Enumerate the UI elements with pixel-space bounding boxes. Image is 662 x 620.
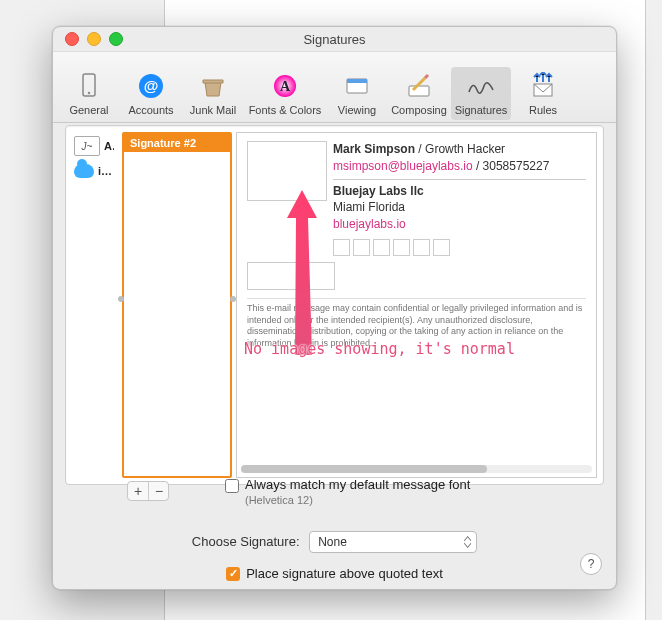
tab-accounts[interactable]: @ Accounts <box>121 67 181 120</box>
titlebar: Signatures <box>53 27 616 52</box>
match-font-checkbox[interactable] <box>225 479 239 493</box>
social-icon-placeholder[interactable] <box>333 239 350 256</box>
signatures-icon <box>466 71 496 101</box>
tab-rules[interactable]: Rules <box>513 67 573 120</box>
column-resize-handle[interactable] <box>118 296 124 302</box>
match-font-sublabel: (Helvetica 12) <box>245 494 470 506</box>
help-button[interactable]: ? <box>580 553 602 575</box>
sig-location: Miami Florida <box>333 199 586 216</box>
social-icon-placeholder[interactable] <box>353 239 370 256</box>
preferences-window: Signatures General @ Accounts Junk Mail <box>52 26 617 590</box>
place-above-checkbox[interactable]: ✓ <box>226 567 240 581</box>
signature-preview[interactable]: Mark Simpson / Growth Hacker msimpson@bl… <box>236 132 597 478</box>
add-remove-signature: + − <box>127 481 169 501</box>
accounts-column[interactable]: J~ Al i… <box>72 132 116 478</box>
choose-signature-popup[interactable]: None <box>309 531 477 553</box>
tab-composing[interactable]: Composing <box>389 67 449 120</box>
svg-text:@: @ <box>144 77 159 94</box>
signature-glyph-icon: J~ <box>74 136 100 156</box>
sig-website[interactable]: bluejaylabs.io <box>333 217 406 231</box>
zoom-icon[interactable] <box>109 32 123 46</box>
banner-image-placeholder[interactable] <box>247 262 335 290</box>
social-icons-row <box>333 239 586 256</box>
choose-signature-label: Choose Signature: <box>192 534 300 549</box>
sig-name: Mark Simpson <box>333 142 415 156</box>
tab-fonts-colors[interactable]: A Fonts & Colors <box>245 67 325 120</box>
tab-viewing[interactable]: Viewing <box>327 67 387 120</box>
place-above-row: ✓ Place signature above quoted text <box>53 565 616 581</box>
close-icon[interactable] <box>65 32 79 46</box>
accounts-icon: @ <box>136 71 166 101</box>
choose-signature-value: None <box>318 535 347 549</box>
social-icon-placeholder[interactable] <box>393 239 410 256</box>
match-font-option: Always match my default message font (He… <box>225 477 470 506</box>
viewing-icon <box>342 71 372 101</box>
choose-signature-row: Choose Signature: None <box>53 531 616 553</box>
rules-icon <box>528 71 558 101</box>
column-resize-handle[interactable] <box>230 296 236 302</box>
window-title: Signatures <box>53 32 616 47</box>
sig-phone: 3058575227 <box>483 159 550 173</box>
signature-list-item[interactable]: Signature #2 <box>124 134 230 152</box>
fonts-colors-icon: A <box>270 71 300 101</box>
svg-point-1 <box>88 92 90 94</box>
minimize-icon[interactable] <box>87 32 101 46</box>
signature-preview-content: Mark Simpson / Growth Hacker msimpson@bl… <box>237 133 596 358</box>
remove-signature-button[interactable]: − <box>148 482 168 500</box>
sig-email[interactable]: msimpson@bluejaylabs.io <box>333 159 473 173</box>
cloud-icon <box>74 164 94 178</box>
sig-company: Bluejay Labs llc <box>333 184 424 198</box>
social-icon-placeholder[interactable] <box>433 239 450 256</box>
tab-signatures[interactable]: Signatures <box>451 67 511 120</box>
add-signature-button[interactable]: + <box>128 482 148 500</box>
tab-general[interactable]: General <box>59 67 119 120</box>
svg-rect-8 <box>409 86 429 96</box>
svg-rect-7 <box>347 79 367 83</box>
signatures-panel: J~ Al i… Signature #2 <box>65 125 604 485</box>
account-icloud[interactable]: i… <box>72 160 116 182</box>
junk-icon <box>198 71 228 101</box>
general-icon <box>74 71 104 101</box>
svg-text:A: A <box>280 79 291 94</box>
tab-junk-mail[interactable]: Junk Mail <box>183 67 243 120</box>
signature-image-placeholder[interactable] <box>247 141 327 201</box>
signature-list-column[interactable]: Signature #2 <box>122 132 232 478</box>
sig-role: Growth Hacker <box>425 142 505 156</box>
prefs-toolbar: General @ Accounts Junk Mail A Fonts & C… <box>53 52 616 123</box>
social-icon-placeholder[interactable] <box>413 239 430 256</box>
match-font-label: Always match my default message font <box>245 477 470 492</box>
place-above-label: Place signature above quoted text <box>246 566 443 581</box>
composing-icon <box>404 71 434 101</box>
account-all[interactable]: J~ Al <box>72 132 116 160</box>
annotation-text: No images showing, it's normal <box>244 340 515 358</box>
horizontal-scrollbar[interactable] <box>241 465 592 473</box>
social-icon-placeholder[interactable] <box>373 239 390 256</box>
